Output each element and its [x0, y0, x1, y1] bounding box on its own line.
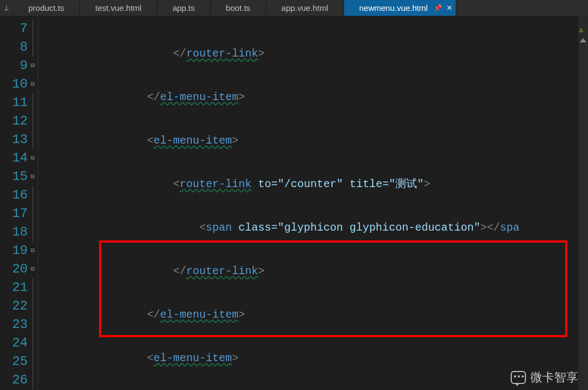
code-line: <el-menu-item> [38, 132, 588, 150]
line-number-gutter: 7 8 9⊟ 10⊟ 11 12 13 14⊟ 15⊟ 16 17 18 19⊟… [0, 16, 38, 390]
tab-boot-ts[interactable]: boot.ts [211, 0, 266, 16]
pin-icon[interactable]: 📌 [433, 4, 442, 12]
watermark: 微卡智享 [511, 369, 578, 386]
fold-icon[interactable]: ⊟ [29, 57, 36, 75]
fold-icon[interactable]: ⊟ [29, 75, 36, 94]
code-line: </el-menu-item> [38, 88, 588, 107]
close-icon[interactable]: ✕ [446, 4, 452, 12]
fold-icon[interactable]: ⊟ [29, 149, 36, 168]
code-line: <router-link to="/counter" title="测试"> [38, 175, 588, 194]
code-line: <el-menu-item> [38, 349, 588, 368]
scrollbar-overview[interactable]: ⚠ [578, 16, 588, 390]
pushpin-icon[interactable]: ⊥ [0, 0, 13, 16]
fold-icon[interactable]: ⊟ [29, 242, 36, 260]
tab-test-vue-html[interactable]: test.vue.html [80, 0, 157, 16]
watermark-text: 微卡智享 [530, 369, 578, 386]
scroll-up-icon[interactable] [580, 38, 586, 42]
code-line: </router-link> [38, 45, 588, 63]
tab-app-vue-html[interactable]: app.vue.html [266, 0, 344, 16]
fold-icon[interactable]: ⊟ [29, 260, 36, 278]
code-line: </el-menu-item> [38, 306, 588, 324]
wechat-icon [511, 371, 526, 384]
fold-icon[interactable]: ⊟ [29, 168, 36, 186]
tab-product-ts[interactable]: product.ts [13, 0, 80, 16]
code-line: <span class="glyphicon glyphicon-educati… [38, 219, 588, 237]
tab-app-ts[interactable]: app.ts [157, 0, 211, 16]
code-line: </router-link> [38, 262, 588, 281]
tab-bar: ⊥ product.ts test.vue.html app.ts boot.t… [0, 0, 588, 16]
warning-icon: ⚠ [579, 25, 583, 34]
tab-newmenu-vue-html[interactable]: newmenu.vue.html 📌 ✕ [344, 0, 456, 16]
code-editor[interactable]: 7 8 9⊟ 10⊟ 11 12 13 14⊟ 15⊟ 16 17 18 19⊟… [0, 16, 588, 390]
code-area[interactable]: </router-link> </el-menu-item> <el-menu-… [38, 16, 588, 390]
